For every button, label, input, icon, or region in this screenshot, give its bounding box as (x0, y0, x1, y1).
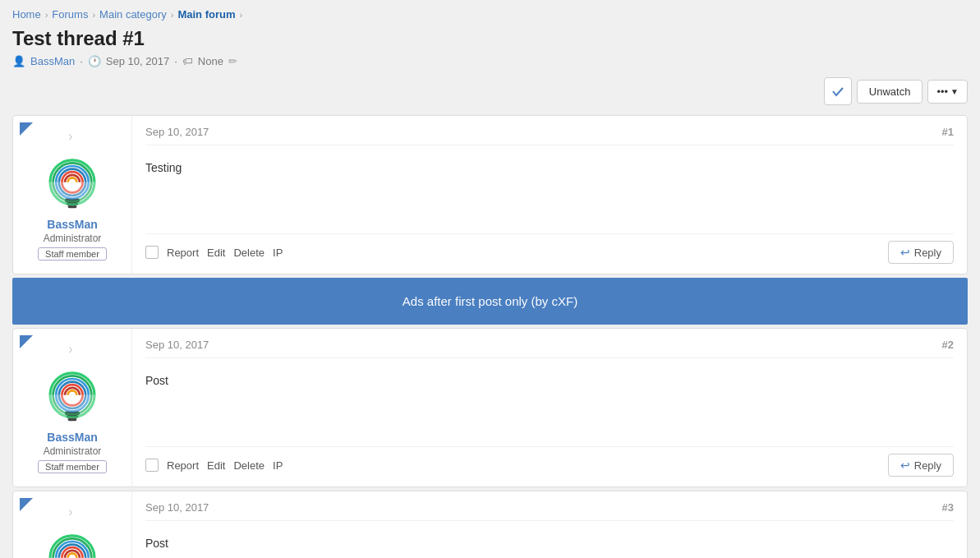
avatar-1 (35, 144, 109, 218)
post-2-username[interactable]: BassMan (47, 431, 97, 444)
avatar-3 (35, 519, 109, 558)
post-2-body: Sep 10, 2017 #2 Post Report Edit Delete … (132, 329, 967, 487)
post-1-reply-label: Reply (914, 247, 941, 259)
post-2-edit[interactable]: Edit (207, 459, 225, 472)
post-3-body: Sep 10, 2017 #3 Post (132, 491, 967, 558)
post-1-number: #1 (942, 126, 954, 138)
post-2-sidebar: › (13, 329, 132, 487)
post-3: › Sep 10, 2 (12, 491, 968, 558)
edit-icon[interactable]: ✏ (228, 55, 237, 67)
post-2-report[interactable]: Report (167, 459, 199, 472)
ad-banner: Ads after first post only (by cXF) (12, 278, 968, 325)
post-2-reply-label: Reply (914, 459, 941, 472)
post-3-number: #3 (942, 501, 954, 514)
post-1-body: Sep 10, 2017 #1 Testing Report Edit Dele… (132, 116, 967, 274)
post-1-date: Sep 10, 2017 (145, 126, 209, 138)
post-1-delete[interactable]: Delete (233, 247, 265, 259)
post-1-footer: Report Edit Delete IP ↩ Reply (145, 233, 954, 264)
breadcrumb: Home › Forums › Main category › Main for… (12, 8, 968, 21)
more-button[interactable]: ••• ▼ (927, 80, 968, 104)
breadcrumb-sep-2: › (92, 10, 95, 20)
post-2-role: Administrator (44, 445, 102, 457)
staff-corner-badge-2 (20, 335, 33, 348)
post-2-badge: Staff member (38, 460, 107, 473)
post-1-actions: Report Edit Delete IP (145, 246, 283, 259)
expand-arrow-3[interactable]: › (68, 505, 72, 519)
breadcrumb-forums[interactable]: Forums (52, 8, 88, 21)
post-2-ip[interactable]: IP (273, 459, 283, 472)
post-2-header: Sep 10, 2017 #2 (145, 339, 954, 358)
date-icon: 🕐 (88, 55, 101, 67)
thread-title: Test thread #1 (12, 27, 968, 50)
check-button[interactable] (824, 77, 852, 105)
post-3-sidebar: › (13, 491, 132, 558)
breadcrumb-home[interactable]: Home (12, 8, 41, 21)
post-2-checkbox[interactable] (145, 459, 159, 472)
post-2-actions: Report Edit Delete IP (145, 459, 283, 472)
post-2-footer: Report Edit Delete IP ↩ Reply (145, 446, 954, 477)
thread-actions: Unwatch ••• ▼ (12, 77, 968, 105)
post-2-reply-button[interactable]: ↩ Reply (888, 454, 954, 477)
breadcrumb-current: Main forum (177, 8, 235, 21)
post-1-reply-button[interactable]: ↩ Reply (888, 241, 954, 264)
author-icon: 👤 (12, 55, 25, 67)
thread-tags: None (198, 55, 223, 67)
breadcrumb-sep-1: › (45, 10, 48, 20)
post-1-header: Sep 10, 2017 #1 (145, 126, 954, 145)
expand-arrow-2[interactable]: › (68, 342, 72, 357)
post-1-edit[interactable]: Edit (207, 247, 225, 259)
post-2-content: Post (145, 367, 954, 446)
post-1-role: Administrator (44, 233, 102, 244)
unwatch-button[interactable]: Unwatch (857, 80, 923, 104)
avatar-2 (35, 357, 109, 431)
post-3-content: Post (145, 529, 954, 558)
expand-arrow-1[interactable]: › (68, 129, 72, 144)
thread-meta: 👤 BassMan · 🕐 Sep 10, 2017 · 🏷 None ✏ (12, 55, 968, 67)
chevron-down-icon: ▼ (950, 87, 959, 96)
thread-date: Sep 10, 2017 (106, 55, 169, 67)
post-1-badge: Staff member (38, 247, 107, 261)
reply-arrow-icon-2: ↩ (900, 459, 910, 472)
breadcrumb-main-category[interactable]: Main category (99, 8, 167, 21)
post-2-delete[interactable]: Delete (233, 459, 265, 472)
more-dots: ••• (936, 85, 948, 98)
post-1-content: Testing (145, 154, 954, 233)
staff-corner-badge-3 (20, 498, 33, 511)
post-3-date: Sep 10, 2017 (145, 501, 209, 514)
breadcrumb-sep-3: › (171, 10, 174, 20)
post-2-number: #2 (942, 339, 954, 351)
reply-arrow-icon-1: ↩ (900, 246, 910, 259)
thread-author[interactable]: BassMan (30, 55, 75, 67)
tag-icon: 🏷 (182, 55, 193, 67)
post-2: › (12, 328, 968, 487)
post-1: › (12, 115, 968, 274)
post-1-username[interactable]: BassMan (47, 218, 97, 231)
post-2-date: Sep 10, 2017 (145, 339, 209, 351)
post-1-ip[interactable]: IP (273, 247, 283, 259)
staff-corner-badge (20, 122, 33, 136)
ad-banner-text: Ads after first post only (by cXF) (403, 294, 577, 308)
post-1-checkbox[interactable] (145, 246, 159, 259)
post-1-sidebar: › (13, 116, 132, 274)
breadcrumb-sep-4: › (239, 10, 242, 20)
post-3-header: Sep 10, 2017 #3 (145, 501, 954, 521)
check-icon (831, 85, 844, 98)
post-1-report[interactable]: Report (167, 247, 199, 259)
unwatch-label: Unwatch (869, 85, 911, 98)
